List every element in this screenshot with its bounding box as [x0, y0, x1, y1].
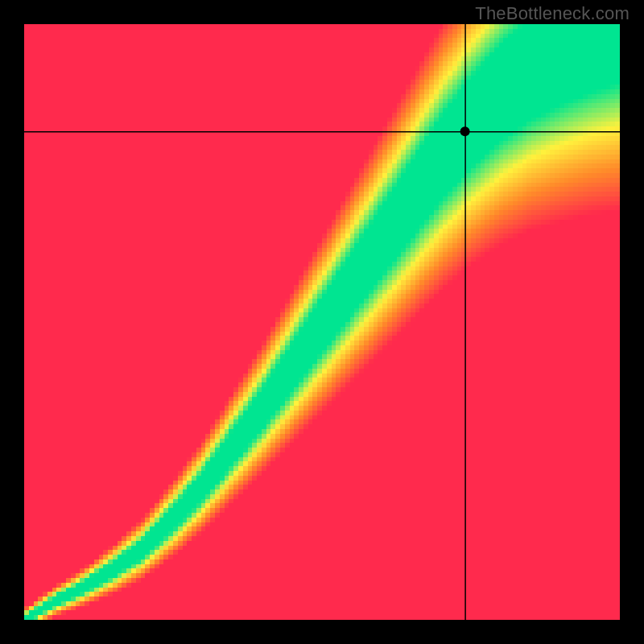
bottleneck-heatmap [24, 24, 620, 620]
chart-container: TheBottleneck.com [0, 0, 644, 644]
watermark-text: TheBottleneck.com [475, 3, 630, 24]
